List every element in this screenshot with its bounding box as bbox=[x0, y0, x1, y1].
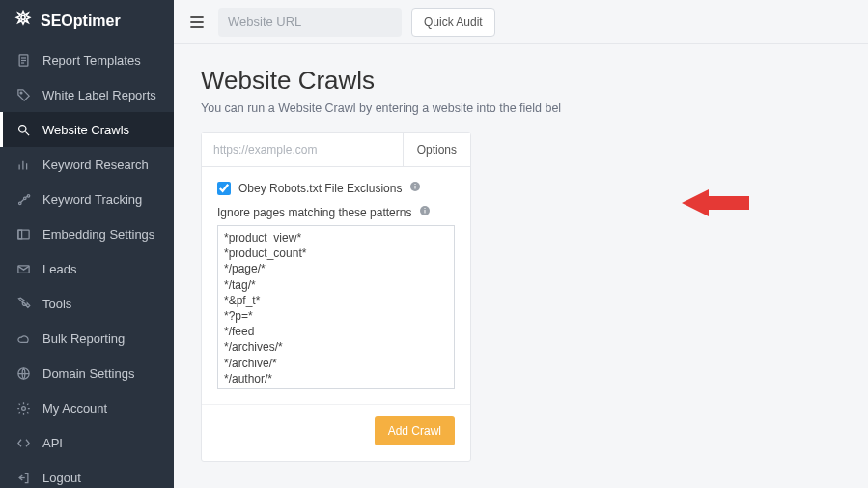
card-footer: Add Crawl bbox=[202, 404, 470, 461]
sidebar-item-label: Tools bbox=[42, 297, 71, 311]
cloud-icon bbox=[15, 330, 31, 346]
info-icon[interactable] bbox=[409, 181, 421, 195]
crawl-card: Options Obey Robots.txt File Exclusions … bbox=[201, 132, 471, 462]
search-icon bbox=[15, 122, 31, 137]
quick-audit-button[interactable]: Quick Audit bbox=[411, 8, 495, 37]
sidebar-item-label: My Account bbox=[42, 401, 107, 416]
sidebar-item-label: Report Templates bbox=[42, 53, 141, 68]
brand-text: SEOptimer bbox=[41, 13, 121, 30]
sidebar-item-label: Keyword Research bbox=[42, 158, 149, 172]
svg-marker-29 bbox=[682, 189, 749, 216]
sidebar-item-website-crawls[interactable]: Website Crawls bbox=[0, 112, 174, 147]
sidebar-item-logout[interactable]: Logout bbox=[0, 460, 174, 488]
info-icon[interactable] bbox=[419, 206, 431, 219]
sidebar-item-label: API bbox=[42, 436, 63, 450]
sidebar-item-domain-settings[interactable]: Domain Settings bbox=[0, 356, 174, 390]
svg-line-7 bbox=[25, 131, 29, 135]
sidebar-item-label: Embedding Settings bbox=[42, 227, 154, 242]
sidebar-item-api[interactable]: API bbox=[0, 425, 174, 460]
highlight-arrow bbox=[682, 184, 749, 225]
svg-rect-15 bbox=[17, 230, 21, 239]
website-url-input[interactable] bbox=[218, 8, 402, 37]
sidebar-item-tools[interactable]: Tools bbox=[0, 286, 174, 321]
sidebar-item-keyword-tracking[interactable]: Keyword Tracking bbox=[0, 182, 174, 216]
nav: Report TemplatesWhite Label ReportsWebsi… bbox=[0, 43, 174, 488]
crawl-url-input[interactable] bbox=[202, 133, 403, 166]
svg-rect-25 bbox=[415, 184, 416, 185]
svg-point-11 bbox=[18, 202, 21, 205]
ignore-patterns-label: Ignore pages matching these patterns bbox=[217, 205, 455, 219]
content: Website Crawls You can run a Website Cra… bbox=[174, 44, 868, 483]
card-top: Options bbox=[202, 133, 470, 167]
sidebar-item-label: Website Crawls bbox=[42, 123, 129, 137]
embed-icon bbox=[15, 226, 31, 242]
sidebar-item-report-templates[interactable]: Report Templates bbox=[0, 43, 174, 77]
sidebar-item-white-label-reports[interactable]: White Label Reports bbox=[0, 77, 174, 112]
sidebar-item-bulk-reporting[interactable]: Bulk Reporting bbox=[0, 321, 174, 356]
gear-icon bbox=[15, 400, 31, 416]
brand[interactable]: SEOptimer bbox=[0, 0, 174, 43]
brand-icon bbox=[14, 10, 33, 33]
globe-icon bbox=[15, 365, 31, 381]
svg-rect-24 bbox=[415, 186, 416, 189]
sidebar: SEOptimer Report TemplatesWhite Label Re… bbox=[0, 0, 174, 488]
page-subtitle: You can run a Website Crawl by entering … bbox=[201, 101, 841, 115]
mail-icon bbox=[15, 261, 31, 276]
sidebar-item-label: Domain Settings bbox=[42, 366, 134, 381]
svg-point-6 bbox=[18, 125, 26, 132]
track-icon bbox=[15, 191, 31, 207]
wrench-icon bbox=[15, 296, 31, 311]
sidebar-item-label: White Label Reports bbox=[42, 88, 156, 102]
obey-robots-row[interactable]: Obey Robots.txt File Exclusions bbox=[217, 181, 455, 195]
card-body: Obey Robots.txt File Exclusions Ignore p… bbox=[202, 167, 470, 404]
add-crawl-button[interactable]: Add Crawl bbox=[375, 416, 455, 445]
sidebar-item-label: Bulk Reporting bbox=[42, 331, 125, 346]
ignore-patterns-textarea[interactable] bbox=[217, 225, 455, 389]
obey-robots-checkbox[interactable] bbox=[217, 182, 231, 195]
main: Quick Audit Website Crawls You can run a… bbox=[174, 0, 868, 488]
menu-toggle[interactable] bbox=[185, 11, 209, 34]
svg-point-5 bbox=[20, 92, 22, 94]
doc-icon bbox=[15, 52, 31, 68]
sidebar-item-label: Leads bbox=[42, 262, 76, 276]
obey-robots-label: Obey Robots.txt File Exclusions bbox=[238, 182, 402, 195]
svg-point-0 bbox=[21, 15, 25, 19]
page-title: Website Crawls bbox=[201, 66, 841, 96]
chart-icon bbox=[15, 157, 31, 172]
sidebar-item-embedding-settings[interactable]: Embedding Settings bbox=[0, 216, 174, 251]
svg-rect-27 bbox=[424, 210, 425, 214]
sidebar-item-keyword-research[interactable]: Keyword Research bbox=[0, 147, 174, 182]
sidebar-item-my-account[interactable]: My Account bbox=[0, 390, 174, 425]
sidebar-item-label: Logout bbox=[42, 471, 81, 485]
api-icon bbox=[15, 435, 31, 450]
svg-rect-28 bbox=[424, 208, 425, 209]
svg-point-12 bbox=[23, 197, 26, 200]
logout-icon bbox=[15, 470, 31, 485]
sidebar-item-leads[interactable]: Leads bbox=[0, 251, 174, 286]
options-button[interactable]: Options bbox=[403, 133, 470, 166]
svg-point-18 bbox=[21, 406, 25, 410]
sidebar-item-label: Keyword Tracking bbox=[42, 192, 142, 207]
svg-rect-14 bbox=[17, 230, 28, 239]
topbar: Quick Audit bbox=[174, 0, 868, 44]
tag-icon bbox=[15, 87, 31, 102]
